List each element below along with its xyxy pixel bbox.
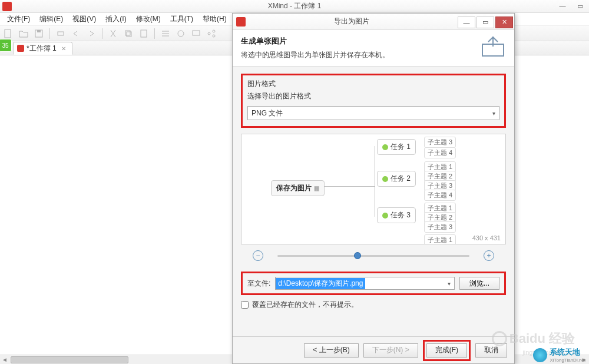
mindmap-task-3: 任务 3	[377, 207, 416, 223]
side-badge[interactable]: 35	[0, 39, 12, 52]
zoom-in-icon[interactable]: +	[484, 250, 494, 261]
menu-insert[interactable]: 插入(I)	[102, 13, 130, 25]
undo-icon[interactable]	[71, 29, 81, 38]
menu-view[interactable]: 视图(V)	[69, 13, 100, 25]
format-section-title: 图片格式	[247, 79, 499, 89]
overwrite-row: 覆盖已经存在的文件，不再提示。	[241, 300, 506, 310]
file-path-combo[interactable]: d:\Desktop\保存为图片.png ▾	[275, 277, 455, 290]
dialog-titlebar: 导出为图片 — ▭ ✕	[233, 14, 514, 30]
cancel-button[interactable]: 取消	[475, 343, 507, 358]
svg-point-11	[213, 35, 215, 37]
tab-close-icon[interactable]: ✕	[61, 45, 66, 52]
scroll-left-icon[interactable]: ◄	[0, 356, 9, 364]
menu-edit[interactable]: 编辑(E)	[36, 13, 67, 25]
maximize-button[interactable]: ▭	[571, 0, 589, 12]
svg-rect-4	[125, 31, 130, 35]
dialog-close-button[interactable]: ✕	[495, 16, 513, 28]
dialog-body: 图片格式 选择导出的图片格式 PNG 文件 ▾ 保存为图片 ▦ 任务 1 任务 …	[233, 67, 514, 316]
expand-icon: ▦	[314, 185, 319, 191]
mindmap-leaf: 子主题 4	[424, 147, 456, 158]
svg-rect-8	[193, 31, 200, 35]
svg-rect-2	[37, 30, 41, 32]
dialog-header: 生成单张图片 将选中的思维图导出为单张图片并保存在本机。	[233, 30, 514, 67]
tab-workbook-1[interactable]: *工作簿 1 ✕	[13, 42, 72, 55]
dialog-footer: < 上一步(B) 下一步(N) > 完成(F) 取消	[233, 336, 514, 363]
mindmap-leaf: 子主题 1	[424, 234, 456, 244]
share-icon[interactable]	[207, 29, 216, 38]
mindmap-root: 保存为图片 ▦	[271, 180, 325, 196]
svg-rect-5	[127, 32, 131, 37]
file-label: 至文件:	[247, 279, 270, 289]
main-window-controls: — ▭	[554, 0, 589, 12]
svg-rect-6	[141, 30, 147, 37]
zoom-bar: − +	[241, 250, 506, 261]
chevron-down-icon: ▾	[492, 110, 495, 117]
export-image-dialog: 导出为图片 — ▭ ✕ 生成单张图片 将选中的思维图导出为单张图片并保存在本机。…	[232, 13, 515, 364]
redo-icon[interactable]	[87, 29, 96, 38]
mindmap-task-1: 任务 1	[377, 139, 416, 155]
toolbar-separator	[102, 28, 102, 39]
toolbar-separator	[49, 28, 50, 39]
export-icon	[480, 36, 506, 57]
xmind-tab-icon	[17, 45, 24, 52]
format-section-highlight: 图片格式 选择导出的图片格式 PNG 文件 ▾	[241, 74, 506, 128]
svg-point-10	[213, 30, 215, 32]
back-button[interactable]: < 上一步(B)	[304, 343, 358, 358]
format-combo-value: PNG 文件	[252, 108, 283, 118]
format-section-desc: 选择导出的图片格式	[247, 91, 499, 101]
overwrite-checkbox[interactable]	[241, 301, 249, 309]
outline-icon[interactable]	[161, 29, 170, 38]
paste-icon[interactable]	[139, 29, 148, 38]
cut-icon[interactable]	[108, 29, 118, 38]
overwrite-label: 覆盖已经存在的文件，不再提示。	[252, 300, 358, 310]
finish-button[interactable]: 完成(F)	[426, 343, 467, 358]
presentation-icon[interactable]	[191, 29, 201, 38]
mindmap-task-2: 任务 2	[377, 171, 416, 187]
menu-help[interactable]: 帮助(H)	[199, 13, 230, 25]
browse-button[interactable]: 浏览...	[459, 277, 499, 290]
menu-tools[interactable]: 工具(T)	[167, 13, 197, 25]
finish-button-highlight: 完成(F)	[423, 340, 471, 361]
dialog-maximize-button[interactable]: ▭	[477, 16, 494, 28]
xmind-dialog-icon	[236, 17, 246, 27]
scroll-thumb[interactable]	[11, 356, 128, 363]
dialog-header-desc: 将选中的思维图导出为单张图片并保存在本机。	[241, 50, 506, 60]
print-icon[interactable]	[56, 29, 65, 38]
dialog-minimize-button[interactable]: —	[458, 16, 475, 28]
mindmap-preview: 保存为图片 ▦ 任务 1 任务 2 任务 3 子主题 3 子主题 4 子主题 1…	[241, 134, 495, 243]
svg-rect-3	[58, 32, 64, 35]
xmind-app-icon	[2, 2, 12, 11]
chevron-down-icon: ▾	[448, 280, 451, 287]
new-icon[interactable]	[4, 29, 13, 38]
scroll-right-icon[interactable]: ►	[580, 356, 589, 364]
file-section-highlight: 至文件: d:\Desktop\保存为图片.png ▾ 浏览...	[241, 272, 506, 295]
dialog-header-title: 生成单张图片	[241, 36, 506, 47]
svg-point-9	[208, 32, 210, 35]
next-button: 下一步(N) >	[363, 343, 418, 358]
minimize-button[interactable]: —	[554, 0, 571, 12]
format-combo[interactable]: PNG 文件 ▾	[247, 106, 499, 120]
toolbar-separator	[154, 28, 155, 39]
brainstorm-icon[interactable]	[176, 29, 186, 38]
zoom-slider-knob[interactable]	[354, 252, 361, 259]
zoom-slider[interactable]	[277, 255, 469, 257]
menu-modify[interactable]: 修改(M)	[133, 13, 164, 25]
zoom-out-icon[interactable]: −	[253, 250, 263, 261]
mindmap-leaf: 子主题 3	[424, 221, 456, 233]
file-path-value: d:\Desktop\保存为图片.png	[276, 278, 365, 289]
mindmap-leaf: 子主题 3	[424, 137, 456, 148]
preview-dimensions: 430 x 431	[472, 234, 501, 241]
tab-label: *工作簿 1	[27, 44, 57, 54]
menu-file[interactable]: 文件(F)	[4, 13, 34, 25]
svg-point-7	[178, 31, 184, 37]
main-titlebar: XMind - 工作簿 1 — ▭	[0, 0, 589, 13]
mindmap-leaf: 子主题 4	[424, 190, 456, 201]
svg-rect-0	[5, 29, 11, 38]
preview-area: 保存为图片 ▦ 任务 1 任务 2 任务 3 子主题 3 子主题 4 子主题 1…	[241, 134, 506, 244]
dialog-title: 导出为图片	[246, 16, 458, 27]
open-icon[interactable]	[19, 29, 28, 38]
main-title: XMind - 工作簿 1	[268, 1, 322, 11]
save-icon[interactable]	[34, 29, 44, 38]
copy-icon[interactable]	[124, 29, 133, 38]
dialog-window-controls: — ▭ ✕	[458, 15, 514, 28]
